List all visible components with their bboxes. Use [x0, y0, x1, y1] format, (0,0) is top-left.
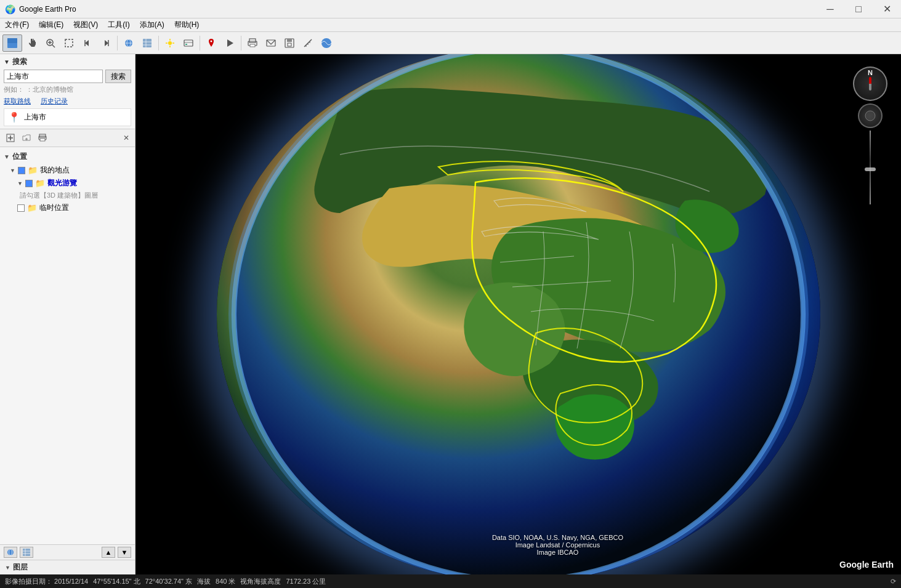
left-panel: ▼ 搜索 搜索 例如： ：北京的博物馆 获取路线 历史记录 📍 上海市 [0, 54, 135, 574]
toolbar-prev-button[interactable] [79, 34, 96, 52]
svg-rect-29 [288, 43, 291, 46]
toolbar-hand-button[interactable] [23, 34, 41, 52]
menu-help[interactable]: 帮助(H) [169, 18, 204, 31]
google-earth-logo-text: Google Earth [839, 560, 894, 570]
toolbar-sep-1 [117, 36, 118, 50]
toolbar-select-button[interactable] [60, 34, 78, 52]
app-title: Google Earth Pro [19, 5, 76, 14]
toolbar-email-button[interactable] [262, 34, 280, 52]
layers-arrow-icon: ▼ [5, 565, 10, 571]
tour-check[interactable] [25, 180, 33, 187]
my-places-folder-icon: 📁 [28, 166, 38, 175]
lon-value: 72°40'32.74" 东 [145, 577, 192, 586]
search-row: 搜索 [4, 70, 131, 83]
toolbar-map-view-button[interactable] [139, 34, 156, 52]
svg-rect-6 [65, 39, 73, 47]
search-header[interactable]: ▼ 搜索 [4, 57, 131, 67]
svg-point-51 [235, 54, 802, 574]
globe[interactable] [217, 54, 820, 574]
search-result[interactable]: 📍 上海市 [4, 108, 131, 126]
alt-label: 海拔 [197, 577, 211, 586]
toolbar-sep-4 [241, 36, 241, 50]
earth-mode-button[interactable] [4, 547, 17, 558]
menu-add[interactable]: 添加(A) [135, 18, 169, 31]
toolbar-time-button[interactable] [180, 34, 197, 52]
tour-arrow: ▼ [17, 180, 23, 187]
app-icon: 🌍 [5, 4, 15, 14]
map-mode-button[interactable] [20, 547, 33, 558]
svg-rect-45 [23, 549, 30, 556]
search-button[interactable]: 搜索 [105, 70, 131, 83]
titlebar: 🌍 Google Earth Pro ─ □ ✕ [0, 0, 901, 18]
svg-rect-28 [287, 39, 292, 42]
statusbar-right: ⟳ [891, 578, 896, 586]
panel-close-button[interactable]: ✕ [121, 133, 131, 143]
lat-value: 47°55'14.15" 北 [93, 577, 140, 586]
nav-compass[interactable]: N [852, 66, 889, 204]
new-folder-button[interactable] [20, 131, 33, 145]
panel-toolbar: ✕ [0, 129, 135, 147]
toolbar-save-button[interactable] [281, 34, 298, 52]
svg-rect-42 [40, 139, 45, 141]
toolbar-print-button[interactable] [244, 34, 261, 52]
search-title: 搜索 [12, 57, 27, 67]
alt-value: 840 米 [216, 577, 235, 586]
nav-up-button[interactable]: ▲ [102, 547, 115, 558]
eye-value: 7172.23 公里 [286, 577, 326, 586]
my-places-item[interactable]: ▼ 📁 我的地点 [0, 164, 135, 177]
toolbar-measure-button[interactable] [299, 34, 317, 52]
temp-places-check[interactable] [17, 204, 25, 212]
svg-rect-25 [250, 44, 255, 47]
nav-line [870, 131, 871, 204]
google-earth-logo: Google Earth [839, 560, 894, 570]
toolbar-earth-button[interactable] [120, 34, 137, 52]
temp-places-item[interactable]: 📁 临时位置 [0, 201, 135, 214]
toolbar-earth2-button[interactable] [318, 34, 335, 52]
menubar: 文件(F) 编辑(E) 视图(V) 工具(I) 添加(A) 帮助(H) [0, 18, 901, 32]
menu-file[interactable]: 文件(F) [0, 18, 34, 31]
map-area[interactable]: N Data SIO, NOAA, U.S. Navy, NGA, GEBCO … [135, 54, 901, 574]
svg-line-3 [52, 45, 55, 47]
nav-slider[interactable] [865, 167, 876, 171]
route-link[interactable]: 获取路线 [4, 97, 31, 106]
compass-ring[interactable]: N [853, 66, 887, 101]
menu-edit[interactable]: 编辑(E) [34, 18, 68, 31]
toolbar-zoom-in-button[interactable] [42, 34, 59, 52]
places-header[interactable]: ▼ 位置 [0, 150, 135, 164]
toolbar-placemark-button[interactable] [203, 34, 220, 52]
maximize-button[interactable]: □ [844, 0, 873, 18]
toolbar-sep-3 [200, 36, 200, 50]
search-hint: 例如： ：北京的博物馆 [4, 85, 131, 94]
nav-down-button[interactable]: ▼ [118, 547, 131, 558]
toolbar-map-button[interactable] [2, 34, 22, 52]
menu-view[interactable]: 视图(V) [68, 18, 103, 31]
left-bottom: ▲ ▼ [0, 544, 135, 560]
tour-item[interactable]: ▼ 📁 觀光游覽 [0, 177, 135, 190]
svg-point-13 [168, 41, 172, 45]
close-button[interactable]: ✕ [873, 0, 901, 18]
my-places-check[interactable] [18, 167, 25, 174]
tour-label: 觀光游覽 [47, 178, 77, 188]
minimize-button[interactable]: ─ [816, 0, 844, 18]
titlebar-left: 🌍 Google Earth Pro [0, 4, 76, 14]
toolbar-sep-2 [158, 36, 159, 50]
toolbar-play-button[interactable] [221, 34, 238, 52]
places-section: ▼ 位置 ▼ 📁 我的地点 ▼ 📁 觀光游覽 請勾選【3D 建築物】圖層 [0, 147, 135, 544]
search-input[interactable] [4, 70, 103, 83]
tour-hint: 請勾選【3D 建築物】圖層 [0, 190, 135, 201]
svg-rect-12 [143, 39, 152, 47]
toolbar-sun-button[interactable] [161, 34, 179, 52]
print-placemark-button[interactable] [36, 131, 49, 145]
main-area: ▼ 搜索 搜索 例如： ：北京的博物馆 获取路线 历史记录 📍 上海市 [0, 54, 901, 574]
search-links: 获取路线 历史记录 [4, 97, 131, 106]
new-placemark-button[interactable] [4, 131, 17, 145]
toolbar-next-button[interactable] [97, 34, 115, 52]
menu-tools[interactable]: 工具(I) [103, 18, 134, 31]
history-link[interactable]: 历史记录 [41, 97, 68, 106]
compass-needle [869, 77, 871, 91]
temp-places-label: 临时位置 [39, 203, 69, 213]
zoom-ring[interactable] [858, 103, 883, 128]
svg-rect-1 [7, 38, 17, 43]
statusbar-left: 影像拍摄日期： 2015/12/14 47°55'14.15" 北 72°40'… [5, 577, 326, 586]
status-streaming-icon: ⟳ [891, 578, 896, 586]
